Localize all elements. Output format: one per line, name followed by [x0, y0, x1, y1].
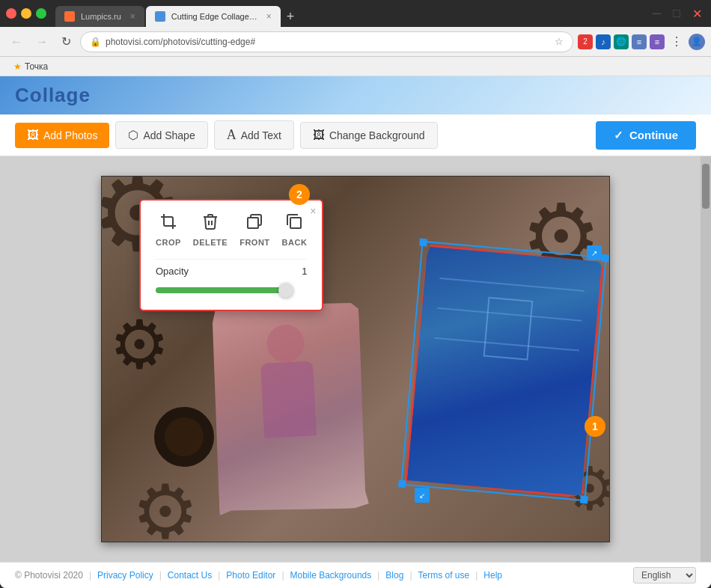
change-bg-label: Change Background — [329, 129, 425, 141]
slider-thumb[interactable] — [278, 283, 293, 298]
add-shape-icon: ⬡ — [128, 128, 138, 142]
footer-sep-7: | — [475, 570, 477, 581]
continue-button[interactable]: ✓ Continue — [596, 121, 696, 150]
footer-sep-5: | — [377, 570, 379, 581]
forward-button[interactable]: → — [31, 32, 52, 52]
opacity-value: 1 — [302, 266, 307, 277]
add-shape-button[interactable]: ⬡ Add Shape — [115, 121, 207, 149]
app-title: Collage — [15, 84, 696, 107]
app-header: Collage — [0, 76, 711, 114]
crop-label: CROP — [156, 238, 181, 247]
footer-privacy-link[interactable]: Privacy Policy — [97, 570, 153, 581]
opacity-slider[interactable] — [156, 283, 307, 298]
photovisi-favicon — [155, 11, 165, 22]
handle-tl[interactable] — [419, 239, 427, 247]
change-background-button[interactable]: 🖼 Change Background — [300, 122, 438, 149]
tab-photovisi-title: Cutting Edge Collage - Fun | Pho... — [171, 12, 257, 21]
tab-lumpics-close[interactable]: × — [130, 11, 135, 22]
add-text-button[interactable]: A Add Text — [214, 120, 294, 150]
back-tool[interactable]: BACK — [282, 212, 308, 247]
footer-language: English — [633, 567, 696, 584]
footer-sep-4: | — [281, 570, 284, 581]
back-label: BACK — [282, 238, 308, 247]
footer-sep-1: | — [89, 570, 91, 581]
step-badge-2: 2 — [289, 184, 310, 205]
add-shape-label: Add Shape — [143, 129, 195, 141]
footer-mobilebg-link[interactable]: Mobile Backgrounds — [290, 570, 372, 581]
gear-icon-bottomleft: ⚙ — [132, 474, 199, 542]
footer-sep-6: | — [409, 570, 412, 581]
bookmark-item-toчka[interactable]: ★ Точка — [9, 60, 52, 73]
title-bar: Lumpics.ru × Cutting Edge Collage - Fun … — [0, 0, 711, 27]
popup-close-button[interactable]: × — [310, 205, 316, 217]
crop-tool[interactable]: CROP — [156, 212, 181, 247]
delete-tool[interactable]: DELETE — [193, 212, 228, 247]
bookmark-bar: ★ Точка — [0, 57, 711, 76]
reload-button[interactable]: ↻ — [57, 31, 76, 52]
lumpics-favicon — [64, 11, 75, 22]
chrome-menu-button[interactable]: ⋮ — [668, 33, 686, 50]
toolbar: 🖼 Add Photos ⬡ Add Shape A Add Text 🖼 Ch… — [0, 114, 711, 156]
url-bar[interactable]: 🔒 photovisi.com/photovisi/cutting-edge# … — [80, 31, 573, 52]
restore-btn[interactable]: □ — [670, 5, 683, 22]
add-text-label: Add Text — [241, 129, 281, 141]
opacity-row: Opacity 1 — [156, 266, 307, 277]
tab-photovisi-close[interactable]: × — [266, 11, 272, 22]
new-tab-button[interactable]: + — [282, 6, 299, 27]
bookmark-label: Точка — [25, 61, 48, 72]
profile-avatar[interactable]: 👤 — [689, 34, 705, 50]
nav-bar: ← → ↻ 🔒 photovisi.com/photovisi/cutting-… — [0, 27, 711, 57]
ext-red-icon[interactable]: 2 — [578, 34, 593, 49]
ext-blue-icon[interactable]: ♪ — [596, 34, 611, 49]
change-bg-icon: 🖼 — [313, 129, 325, 142]
opacity-label: Opacity — [156, 266, 189, 277]
browser-window: Lumpics.ru × Cutting Edge Collage - Fun … — [0, 0, 711, 588]
tab-lumpics[interactable]: Lumpics.ru × — [55, 6, 144, 27]
handle-tr[interactable] — [601, 254, 609, 263]
front-tool[interactable]: FRONT — [239, 212, 269, 247]
back-button[interactable]: ← — [6, 32, 27, 52]
expand-sw-icon[interactable]: ↙ — [415, 488, 430, 503]
canvas-area: ⚙ ⚙ ⚙ ⚙ ⚙ ⚙ — [0, 156, 711, 562]
delete-icon — [201, 212, 219, 235]
add-photos-button[interactable]: 🖼 Add Photos — [15, 123, 109, 148]
footer-blog-link[interactable]: Blog — [385, 570, 403, 581]
svg-rect-0 — [248, 218, 258, 228]
add-photos-icon: 🖼 — [27, 129, 39, 142]
footer-contact-link[interactable]: Contact Us — [168, 570, 212, 581]
ext-icon-5[interactable]: ≡ — [650, 34, 665, 49]
scrollbar[interactable] — [701, 156, 711, 562]
check-icon: ✓ — [614, 129, 623, 142]
footer-photoeditor-link[interactable]: Photo Editor — [226, 570, 275, 581]
tab-photovisi[interactable]: Cutting Edge Collage - Fun | Pho... × — [146, 6, 281, 27]
popup-panel: × CROP — [139, 199, 323, 311]
photo-blueprint[interactable] — [405, 244, 605, 498]
close-btn[interactable]: ✕ — [689, 5, 705, 22]
bookmark-star: ★ — [13, 61, 22, 72]
front-icon — [245, 212, 263, 235]
collage-canvas[interactable]: ⚙ ⚙ ⚙ ⚙ ⚙ ⚙ — [101, 176, 610, 542]
maximize-window-button[interactable] — [36, 8, 46, 19]
tab-bar: Lumpics.ru × Cutting Edge Collage - Fun … — [55, 0, 299, 27]
delete-label: DELETE — [193, 238, 228, 247]
footer-sep-3: | — [218, 570, 220, 581]
back-icon — [285, 212, 303, 235]
ext-teal-icon[interactable]: 🌐 — [614, 34, 629, 49]
minimize-btn[interactable]: ─ — [650, 5, 664, 22]
photo-woman[interactable] — [209, 298, 369, 515]
footer-terms-link[interactable]: Terms of use — [418, 570, 470, 581]
scrollbar-thumb[interactable] — [702, 164, 710, 209]
expand-ne-icon[interactable]: ↗ — [587, 245, 602, 260]
ext-gray-icon[interactable]: ≡ — [632, 34, 647, 49]
svg-rect-1 — [290, 218, 301, 228]
tire-icon — [154, 407, 214, 467]
footer-sep-2: | — [159, 570, 162, 581]
crop-icon — [159, 212, 177, 235]
footer-help-link[interactable]: Help — [483, 570, 502, 581]
close-window-button[interactable] — [6, 8, 16, 19]
language-select[interactable]: English — [633, 567, 696, 584]
bookmark-star-icon[interactable]: ☆ — [555, 36, 564, 47]
popup-divider — [156, 259, 307, 260]
page-content: Collage 🖼 Add Photos ⬡ Add Shape A Add T… — [0, 76, 711, 588]
minimize-window-button[interactable] — [21, 8, 31, 19]
